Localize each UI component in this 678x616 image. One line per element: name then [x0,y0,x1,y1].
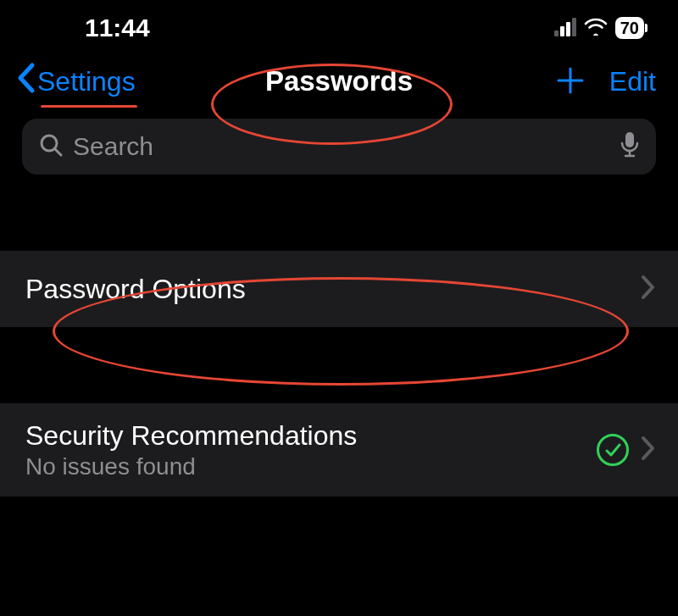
status-bar: 11:44 70 [0,0,678,51]
edit-button[interactable]: Edit [609,66,656,97]
status-time: 11:44 [85,14,150,42]
page-title: Passwords [265,65,413,97]
search-icon [39,133,63,160]
cellular-signal-icon [554,19,576,36]
chevron-right-icon [641,436,656,464]
svg-rect-4 [625,132,634,147]
svg-line-3 [55,149,61,155]
row-title: Password Options [25,274,246,305]
password-options-row[interactable]: Password Options [0,251,678,327]
plus-icon [557,64,584,101]
battery-indicator: 70 [615,17,644,39]
search-input[interactable]: Search [22,119,656,175]
checkmark-circle-icon [597,434,629,466]
status-indicators: 70 [554,17,644,39]
microphone-icon[interactable] [620,131,639,162]
navigation-bar: Settings Passwords Edit [0,51,678,114]
row-title: Security Recommendations [25,420,357,452]
back-button[interactable]: Settings [15,62,136,101]
battery-level: 70 [620,19,639,38]
annotation-underline [41,105,137,108]
back-button-label: Settings [37,66,136,97]
wifi-icon [583,17,609,39]
security-recommendations-row[interactable]: Security Recommendations No issues found [0,403,678,497]
row-subtitle: No issues found [25,453,357,480]
add-button[interactable] [557,67,584,96]
search-placeholder: Search [73,132,610,161]
chevron-left-icon [15,62,37,101]
chevron-right-icon [641,275,656,303]
